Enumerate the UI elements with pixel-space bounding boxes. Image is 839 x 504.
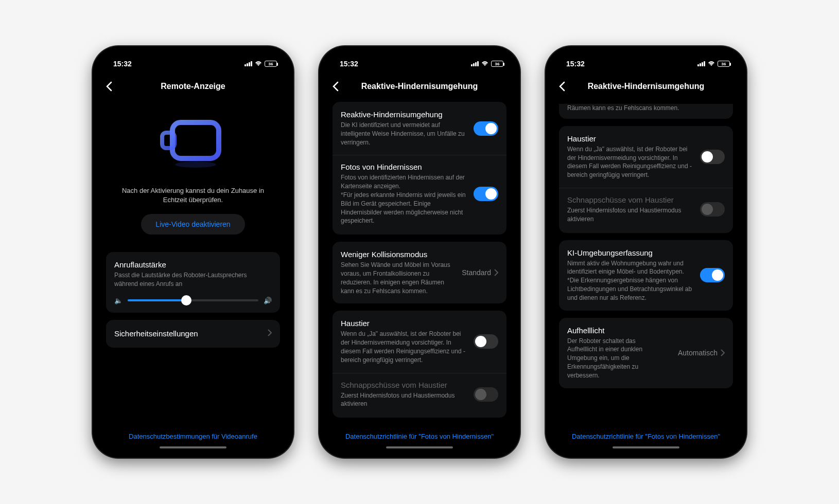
- collision-card-partial: Räumen kann es zu Fehlscans kommen.: [559, 104, 733, 119]
- nav-bar: Reaktive-Hindernisumgehung: [325, 75, 514, 98]
- notch: [605, 52, 687, 66]
- speaker-high-icon: 🔊: [264, 297, 272, 304]
- ai-env-card: KI-Umgebungserfassung Nimmt aktiv die Wo…: [559, 240, 733, 311]
- home-indicator[interactable]: [613, 446, 679, 448]
- wifi-icon: [481, 61, 489, 67]
- chevron-right-icon: [721, 349, 725, 356]
- snap-title: Schnappschüsse vom Haustier: [341, 381, 467, 389]
- photos-toggle[interactable]: [474, 187, 498, 201]
- back-button[interactable]: [559, 81, 565, 94]
- chevron-right-icon: [494, 269, 498, 276]
- nav-bar: Remote-Anzeige: [99, 75, 287, 98]
- home-indicator[interactable]: [160, 446, 226, 448]
- collision-desc-partial: Räumen kann es zu Fehlscans kommen.: [567, 104, 725, 113]
- back-button[interactable]: [106, 81, 112, 94]
- phone-obstacle-2: 15:32 36 Reaktive-Hindernisumgehung Räum…: [546, 46, 746, 458]
- page-title: Reaktive-Hindernisumgehung: [361, 82, 478, 91]
- pet-desc: Wenn du „Ja" auswählst, ist der Roboter …: [341, 330, 467, 364]
- battery-icon: 36: [718, 61, 730, 67]
- volume-slider[interactable]: [128, 299, 258, 301]
- status-time: 15:32: [336, 60, 358, 68]
- collision-title: Weniger Kollisionsmodus: [341, 250, 456, 259]
- reactive-toggle[interactable]: [474, 121, 498, 136]
- chevron-right-icon: [268, 329, 272, 338]
- reactive-title: Reaktive-Hindernisumgehung: [341, 110, 467, 119]
- light-card[interactable]: Aufhelllicht Der Roboter schaltet das Au…: [559, 318, 733, 388]
- pet-title: Haustier: [567, 134, 694, 143]
- ai-desc: Nimmt aktiv die Wohnumgebung wahr und id…: [567, 259, 694, 302]
- battery-icon: 36: [265, 61, 277, 67]
- phone-remote-view: 15:32 36 Remote-Anzeige: [93, 46, 293, 458]
- deactivate-live-video-button[interactable]: Live-Video deaktivieren: [141, 214, 244, 235]
- ai-title: KI-Umgebungserfassung: [567, 248, 694, 257]
- svg-rect-1: [162, 133, 174, 148]
- pet-desc: Wenn du „Ja" auswählst, ist der Roboter …: [567, 145, 694, 179]
- home-indicator[interactable]: [386, 446, 453, 448]
- chevron-left-icon: [333, 81, 339, 92]
- photos-desc: Fotos von identifizierten Hindernissen a…: [341, 173, 467, 225]
- pet-toggle[interactable]: [474, 334, 498, 349]
- snap-toggle: [474, 387, 498, 402]
- chevron-left-icon: [106, 81, 112, 92]
- reactive-desc: Die KI identifiziert und vermeidet auf i…: [341, 121, 467, 147]
- security-settings-row[interactable]: Sicherheitseinstellungen: [106, 320, 280, 348]
- camera-illustration: [154, 107, 232, 179]
- privacy-video-link[interactable]: Datenschutzbestimmungen für Videoanrufe: [99, 433, 287, 440]
- light-desc: Der Roboter schaltet das Aufhelllicht in…: [567, 337, 660, 380]
- collision-value: Standard: [462, 268, 491, 277]
- collision-desc: Sehen Sie Wände und Möbel im Voraus vora…: [341, 261, 456, 295]
- svg-rect-0: [172, 122, 219, 158]
- back-button[interactable]: [333, 81, 339, 94]
- page-title: Remote-Anzeige: [161, 82, 225, 91]
- svg-point-2: [175, 161, 216, 168]
- speaker-low-icon: 🔈: [114, 297, 123, 304]
- hero-description: Nach der Aktivierung kannst du dein Zuha…: [111, 186, 275, 205]
- photos-title: Fotos von Hindernissen: [341, 163, 467, 171]
- nav-bar: Reaktive-Hindernisumgehung: [552, 75, 740, 98]
- phone-obstacle-1: 15:32 36 Reaktive-Hindernisumgehung Reak…: [319, 46, 520, 458]
- page-title: Reaktive-Hindernisumgehung: [588, 82, 705, 91]
- status-time: 15:32: [109, 60, 132, 68]
- signal-icon: [471, 61, 479, 66]
- signal-icon: [697, 61, 705, 66]
- privacy-photos-link[interactable]: Datenschutzrichtlinie für "Fotos von Hin…: [325, 433, 514, 440]
- ai-toggle[interactable]: [700, 268, 725, 282]
- volume-card: Anruflautstärke Passt die Lautstärke des…: [106, 252, 280, 313]
- light-title: Aufhelllicht: [567, 326, 672, 335]
- snap-title: Schnappschüsse vom Haustier: [567, 195, 694, 204]
- snap-toggle: [700, 202, 725, 217]
- light-value: Automatisch: [678, 349, 718, 357]
- notch: [378, 52, 461, 66]
- battery-icon: 36: [491, 61, 503, 67]
- security-label: Sicherheitseinstellungen: [114, 329, 198, 338]
- snap-desc: Zuerst Hindernisfotos und Haustiermodus …: [567, 206, 694, 224]
- collision-card[interactable]: Weniger Kollisionsmodus Sehen Sie Wände …: [333, 242, 506, 303]
- status-time: 15:32: [562, 60, 585, 68]
- privacy-photos-link[interactable]: Datenschutzrichtlinie für "Fotos von Hin…: [552, 433, 740, 440]
- pet-card: Haustier Wenn du „Ja" auswählst, ist der…: [559, 126, 733, 233]
- snap-desc: Zuerst Hindernisfotos und Haustiermodus …: [341, 391, 467, 409]
- pet-title: Haustier: [341, 319, 467, 328]
- pet-card: Haustier Wenn du „Ja" auswählst, ist der…: [333, 311, 506, 418]
- signal-icon: [244, 61, 252, 66]
- reactive-card: Reaktive-Hindernisumgehung Die KI identi…: [333, 102, 506, 235]
- hero-section: Nach der Aktivierung kannst du dein Zuha…: [106, 102, 280, 245]
- chevron-left-icon: [559, 81, 565, 92]
- pet-toggle[interactable]: [700, 150, 725, 164]
- wifi-icon: [707, 61, 715, 67]
- volume-title: Anruflautstärke: [114, 260, 272, 269]
- wifi-icon: [254, 61, 263, 67]
- notch: [152, 52, 234, 66]
- volume-desc: Passt die Lautstärke des Roboter-Lautspr…: [114, 271, 272, 289]
